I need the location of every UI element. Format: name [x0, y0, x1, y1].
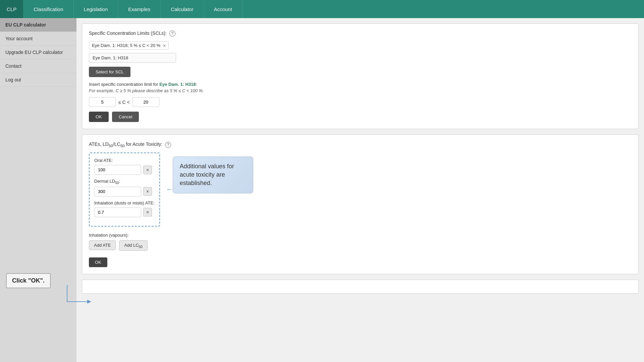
scl-input[interactable]	[89, 53, 176, 63]
scl-ok-button[interactable]: OK	[89, 112, 109, 122]
add-ate-button[interactable]: Add ATE	[89, 240, 116, 250]
add-lc50-button[interactable]: Add LC50	[119, 240, 148, 251]
bottom-card	[82, 280, 639, 294]
inhalation-dust-input[interactable]	[94, 207, 141, 217]
insert-hint: For example, C ≥ 5 % please describe as …	[89, 88, 632, 93]
nav-item-classification[interactable]: Classification	[23, 0, 73, 18]
inhalation-dust-label: Inhalation (dusts or mists) ATE:	[94, 200, 155, 205]
ates-card-title: ATEs, LD50/LC50 for Acute Toxicity: ?	[89, 141, 632, 148]
sidebar-item-your-account[interactable]: Your account	[0, 32, 76, 46]
click-ok-arrow	[67, 285, 101, 308]
callout-arrow-icon: ←	[166, 185, 173, 194]
oral-ate-row: ×	[94, 165, 155, 175]
scl-card: Specific Concentration Limits (SCLs): ? …	[82, 23, 639, 129]
nav-item-clp[interactable]: CLP	[0, 0, 23, 18]
dashed-box: Oral ATE: × Dermal LD50: × Inhalation	[89, 153, 160, 227]
oral-ate-input[interactable]	[94, 165, 141, 175]
nav-item-calculator[interactable]: Calculator	[161, 0, 204, 18]
concentration-row: ≤ C <	[89, 97, 632, 107]
scl-help-icon[interactable]: ?	[169, 31, 175, 37]
callout-box: Additional values for acute toxicity are…	[173, 157, 253, 193]
sidebar-item-upgrade[interactable]: Upgrade EU CLP calculator	[0, 46, 76, 59]
inhalation-dust-row: ×	[94, 207, 155, 217]
sidebar: EU CLP calculator Your account Upgrade E…	[0, 18, 76, 362]
concentration-max-input[interactable]	[132, 97, 159, 107]
sidebar-item-eu-clp-calculator[interactable]: EU CLP calculator	[0, 18, 76, 32]
inhalation-dust-remove-button[interactable]: ×	[143, 208, 152, 217]
insert-instruction: Insert specific concentration limit for …	[89, 82, 632, 87]
svg-marker-2	[87, 300, 91, 304]
dermal-ate-remove-button[interactable]: ×	[143, 187, 152, 196]
sidebar-item-contact[interactable]: Contact	[0, 59, 76, 73]
ates-ok-row: OK	[89, 254, 632, 267]
dashed-box-wrapper: Oral ATE: × Dermal LD50: × Inhalation	[89, 153, 160, 231]
inhalation-vapours-section: Inhalation (vapours): Add ATE Add LC50	[89, 233, 632, 251]
click-ok-tooltip: Click "OK".	[6, 273, 51, 288]
sidebar-item-log-out[interactable]: Log out	[0, 73, 76, 87]
oral-ate-remove-button[interactable]: ×	[143, 166, 152, 174]
scl-tag: Eye Dam. 1: H318; 5 % ≤ C < 20 % ×	[89, 41, 169, 50]
top-nav: CLP Classification Legislation Examples …	[0, 0, 644, 18]
ates-ok-button[interactable]: OK	[89, 257, 107, 267]
select-for-scl-button[interactable]: Select for SCL	[89, 67, 130, 77]
ates-card: ATEs, LD50/LC50 for Acute Toxicity: ? Or…	[82, 134, 639, 274]
scl-tag-close-btn[interactable]: ×	[163, 43, 166, 48]
ates-help-icon[interactable]: ?	[165, 142, 171, 148]
dermal-ld50-label: Dermal LD50:	[94, 179, 155, 185]
main-content: Specific Concentration Limits (SCLs): ? …	[76, 18, 644, 362]
scl-card-title: Specific Concentration Limits (SCLs): ?	[89, 31, 632, 37]
inhalation-vapours-label: Inhalation (vapours):	[89, 233, 632, 238]
scl-cancel-button[interactable]: Cancel	[112, 112, 139, 122]
oral-ate-label: Oral ATE:	[94, 158, 155, 163]
nav-item-legislation[interactable]: Legislation	[74, 0, 118, 18]
scl-tag-text: Eye Dam. 1: H318; 5 % ≤ C < 20 %	[92, 43, 160, 48]
scl-action-buttons: OK Cancel	[89, 112, 632, 122]
main-layout: EU CLP calculator Your account Upgrade E…	[0, 18, 644, 362]
inhalation-vapours-buttons: Add ATE Add LC50	[89, 240, 632, 251]
nav-item-account[interactable]: Account	[204, 0, 243, 18]
dermal-ate-input[interactable]	[94, 187, 141, 196]
insert-bold-text: Eye Dam. 1: H318	[159, 82, 196, 87]
concentration-min-input[interactable]	[89, 97, 116, 107]
concentration-symbol: ≤ C <	[118, 100, 130, 105]
dermal-ate-row: ×	[94, 187, 155, 196]
nav-item-examples[interactable]: Examples	[118, 0, 161, 18]
